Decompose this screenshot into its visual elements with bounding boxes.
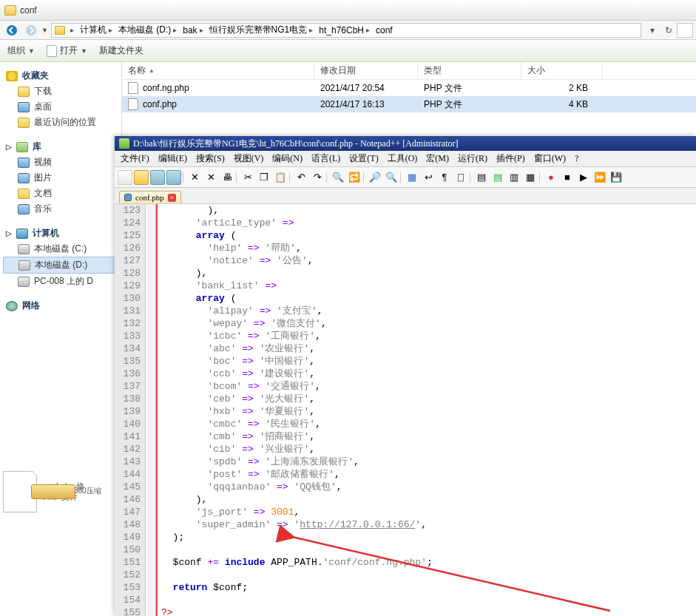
- find-icon[interactable]: 🔍: [331, 170, 345, 185]
- wordwrap-icon[interactable]: ↩: [421, 170, 436, 185]
- sidebar-libraries-head[interactable]: ▷库: [3, 139, 118, 155]
- menu-item[interactable]: 设置(T): [346, 151, 381, 166]
- tab-conf-php[interactable]: conf.php ×: [119, 191, 181, 203]
- menu-item[interactable]: ?: [572, 152, 581, 166]
- address-bar[interactable]: ▸ 计算机▸ 本地磁盘 (D:)▸ bak▸ 恒行娱乐完整带NG1电竞▸ ht_…: [51, 23, 641, 38]
- menu-item[interactable]: 插件(P): [493, 151, 528, 166]
- path-proj[interactable]: 恒行娱乐完整带NG1电竞: [209, 24, 308, 36]
- zoom-out-icon[interactable]: 🔍: [384, 170, 399, 185]
- path-conf[interactable]: conf: [376, 25, 393, 35]
- open-file-icon[interactable]: [134, 170, 149, 185]
- col-size[interactable]: 大小: [521, 62, 603, 79]
- file-date: 2021/4/17 16:13: [314, 98, 418, 111]
- lang-icon[interactable]: ▤: [474, 170, 489, 185]
- menu-item[interactable]: 文件(F): [118, 151, 152, 166]
- titlebar[interactable]: conf: [0, 0, 696, 21]
- sidebar-videos[interactable]: 视频: [3, 155, 118, 170]
- save-icon[interactable]: [150, 170, 165, 185]
- menu-item[interactable]: 宏(M): [423, 151, 452, 166]
- file-icon: [128, 82, 138, 94]
- path-bak[interactable]: bak: [183, 25, 197, 35]
- path-dropdown-icon[interactable]: ▾: [644, 23, 660, 38]
- sidebar-documents[interactable]: 文档: [3, 186, 118, 201]
- col-date[interactable]: 修改日期: [314, 62, 418, 79]
- replace-icon[interactable]: 🔁: [347, 170, 362, 185]
- organize-button[interactable]: 组织▼: [7, 44, 35, 57]
- save-all-icon[interactable]: [166, 170, 181, 185]
- svg-point-0: [7, 25, 17, 35]
- play-multi-icon[interactable]: ⏩: [592, 170, 607, 185]
- sidebar-desktop[interactable]: 桌面: [3, 99, 118, 115]
- path-drive[interactable]: 本地磁盘 (D:): [118, 24, 171, 36]
- copy-icon[interactable]: ❐: [257, 170, 271, 185]
- close-icon[interactable]: ✕: [187, 170, 202, 185]
- refresh-button[interactable]: ↻: [660, 23, 677, 38]
- file-type: PHP 文件: [418, 81, 521, 96]
- sidebar-drive-d[interactable]: 本地磁盘 (D:): [3, 257, 118, 274]
- menu-item[interactable]: 运行(R): [455, 151, 490, 166]
- sidebar-computer-head[interactable]: ▷计算机: [3, 226, 118, 241]
- new-folder-button[interactable]: 新建文件夹: [99, 44, 143, 57]
- indent-guide-icon[interactable]: ⎕: [453, 170, 468, 185]
- menu-item[interactable]: 编辑(E): [155, 151, 190, 166]
- doc-map-icon[interactable]: ▥: [507, 170, 521, 185]
- sidebar-favorites-head[interactable]: 收藏夹: [3, 68, 118, 84]
- file-row[interactable]: conf.php 2021/4/17 16:13 PHP 文件 4 KB: [122, 96, 696, 112]
- redo-icon[interactable]: ↷: [310, 170, 325, 185]
- nav-dropdown-icon[interactable]: ▼: [41, 27, 48, 34]
- window-title: conf: [20, 5, 37, 16]
- sidebar-downloads[interactable]: 下载: [3, 84, 118, 99]
- sidebar-drive-c[interactable]: 本地磁盘 (C:): [3, 241, 118, 257]
- npp-menubar: 文件(F)编辑(E)搜索(S)视图(V)编码(N)语言(L)设置(T)工具(O)…: [115, 151, 696, 167]
- file-name: conf.ng.php: [143, 83, 189, 93]
- forward-button[interactable]: [22, 22, 40, 38]
- taskbar-label: 360压缩: [74, 486, 101, 496]
- search-input[interactable]: [677, 23, 693, 38]
- fold-gutter[interactable]: [146, 204, 156, 616]
- record-icon[interactable]: ●: [544, 170, 558, 185]
- show-chars-icon[interactable]: ¶: [437, 170, 452, 185]
- save-macro-icon[interactable]: 💾: [609, 170, 624, 185]
- menu-item[interactable]: 编码(N): [269, 151, 305, 166]
- folder-view-icon[interactable]: ▤: [490, 170, 505, 185]
- menu-item[interactable]: 窗口(W): [531, 151, 569, 166]
- zoom-in-icon[interactable]: 🔎: [368, 170, 382, 185]
- document-icon: [18, 189, 30, 199]
- func-list-icon[interactable]: ▦: [523, 170, 538, 185]
- print-icon[interactable]: 🖶: [220, 170, 234, 185]
- close-all-icon[interactable]: ✕: [203, 170, 218, 185]
- new-file-icon[interactable]: [118, 170, 132, 185]
- menu-item[interactable]: 工具(O): [385, 151, 421, 166]
- sync-scroll-icon[interactable]: ▦: [405, 170, 419, 185]
- paste-icon[interactable]: 📋: [273, 170, 288, 185]
- back-button[interactable]: [3, 22, 21, 38]
- sidebar-music[interactable]: 音乐: [3, 201, 118, 217]
- play-icon[interactable]: ▶: [576, 170, 591, 185]
- open-button[interactable]: 打开▼: [47, 44, 87, 57]
- sidebar-network-head[interactable]: 网络: [3, 298, 118, 314]
- network-icon: [6, 301, 18, 311]
- tab-close-icon[interactable]: ×: [168, 194, 176, 202]
- path-ht[interactable]: ht_h76CbH: [319, 25, 364, 35]
- code-content[interactable]: ), 'article_type' => array ( 'help' => '…: [158, 204, 696, 616]
- col-type[interactable]: 类型: [418, 62, 521, 79]
- sidebar-recent[interactable]: 最近访问的位置: [3, 115, 118, 130]
- recent-icon: [18, 118, 30, 128]
- editor-area[interactable]: 1231241251261271281291301311321331341351…: [115, 204, 696, 616]
- sidebar-network-drive[interactable]: PC-008 上的 D: [3, 274, 118, 289]
- menu-item[interactable]: 语言(L): [308, 151, 343, 166]
- line-number-gutter: 1231241251261271281291301311321331341351…: [115, 204, 146, 616]
- sidebar-pictures[interactable]: 图片: [3, 170, 118, 186]
- notepadpp-icon: [119, 138, 129, 149]
- undo-icon[interactable]: ↶: [294, 170, 308, 185]
- taskbar-item[interactable]: [31, 484, 75, 499]
- video-icon: [18, 158, 30, 168]
- col-name[interactable]: 名称▲: [122, 62, 314, 79]
- path-computer[interactable]: 计算机: [80, 24, 107, 36]
- cut-icon[interactable]: ✂: [240, 170, 255, 185]
- stop-icon[interactable]: ■: [560, 170, 575, 185]
- menu-item[interactable]: 搜索(S): [193, 151, 228, 166]
- file-row[interactable]: conf.ng.php 2021/4/17 20:54 PHP 文件 2 KB: [122, 80, 696, 96]
- npp-titlebar[interactable]: D:\bak\恒行娱乐完整带NG1电竞\ht_h76CbH\conf\conf.…: [115, 136, 696, 151]
- menu-item[interactable]: 视图(V): [231, 151, 267, 166]
